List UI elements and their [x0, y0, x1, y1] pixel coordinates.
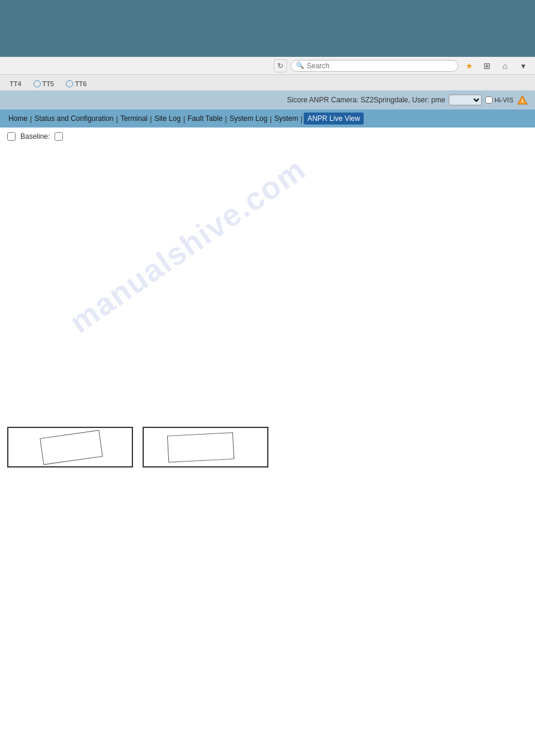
camera-panel-1	[7, 427, 133, 467]
content-body: Baseline:	[0, 127, 535, 151]
nav-sep-5: |	[225, 114, 227, 123]
svg-text:!: !	[522, 98, 524, 104]
tab-tt6-label: TT6	[75, 80, 87, 87]
reload-button[interactable]: ↻	[274, 59, 287, 72]
nav-terminal[interactable]: Terminal	[119, 114, 149, 123]
camera-panels	[0, 427, 535, 467]
nav-sep-6: |	[270, 114, 271, 123]
tab-tt5-globe-icon	[34, 80, 41, 87]
nav-home[interactable]: Home	[7, 114, 29, 123]
main-nav: Home | Status and Configuration | Termin…	[0, 110, 535, 127]
hi-vis-text: Hi-VIS	[494, 96, 513, 104]
browser-tabs: TT4 TT5 TT6	[0, 75, 535, 90]
tab-tt6[interactable]: TT6	[61, 79, 92, 89]
nav-fault-table[interactable]: Fault Table	[186, 114, 223, 123]
nav-anpr-live-view[interactable]: ANPR Live View	[304, 113, 364, 125]
toolbar-icons: ★ ⊞ ⌂ ▾	[462, 59, 530, 73]
camera-info-text: Sicore ANPR Camera: SZ2Springdale, User:…	[287, 96, 445, 104]
camera-dropdown[interactable]	[449, 95, 482, 105]
baseline-checkbox-2[interactable]	[55, 132, 63, 141]
baseline-row: Baseline:	[7, 132, 528, 141]
nav-sep-3: |	[150, 114, 152, 123]
nav-system[interactable]: System	[273, 114, 300, 123]
watermark: manualshive.com	[63, 151, 312, 341]
camera-info: Sicore ANPR Camera: SZ2Springdale, User:…	[287, 95, 528, 105]
search-input[interactable]	[307, 62, 451, 70]
nav-sep-1: |	[30, 114, 32, 123]
tab-tt4-label: TT4	[10, 80, 22, 87]
tab-tt6-globe-icon	[66, 80, 73, 87]
nav-site-log[interactable]: Site Log	[153, 114, 182, 123]
camera-panel-2	[143, 427, 268, 467]
tab-tt5-label: TT5	[43, 80, 55, 87]
nav-status-config[interactable]: Status and Configuration	[33, 114, 114, 123]
warning-icon: !	[517, 95, 528, 105]
search-bar-container: 🔍	[291, 60, 458, 72]
app-nav-bar: Sicore ANPR Camera: SZ2Springdale, User:…	[0, 90, 535, 110]
hi-vis-label: Hi-VIS	[485, 96, 513, 104]
plate-outline-2	[167, 432, 234, 463]
baseline-label: Baseline:	[20, 132, 50, 141]
browser-header	[0, 0, 535, 57]
tab-tt5[interactable]: TT5	[29, 79, 59, 89]
nav-system-log[interactable]: System Log	[228, 114, 268, 123]
search-icon: 🔍	[296, 62, 304, 69]
bookmark-star-icon[interactable]: ★	[462, 59, 476, 73]
baseline-checkbox[interactable]	[7, 132, 16, 141]
tab-tt4[interactable]: TT4	[5, 79, 26, 89]
nav-sep-4: |	[183, 114, 185, 123]
nav-sep-7: |	[301, 114, 303, 123]
nav-sep-2: |	[116, 114, 118, 123]
menu-icon[interactable]: ▾	[516, 59, 530, 73]
apps-grid-icon[interactable]: ⊞	[480, 59, 494, 73]
browser-toolbar: ↻ 🔍 ★ ⊞ ⌂ ▾	[0, 57, 535, 75]
plate-outline-1	[40, 430, 102, 464]
home-icon[interactable]: ⌂	[498, 59, 512, 73]
hi-vis-checkbox[interactable]	[485, 96, 492, 104]
